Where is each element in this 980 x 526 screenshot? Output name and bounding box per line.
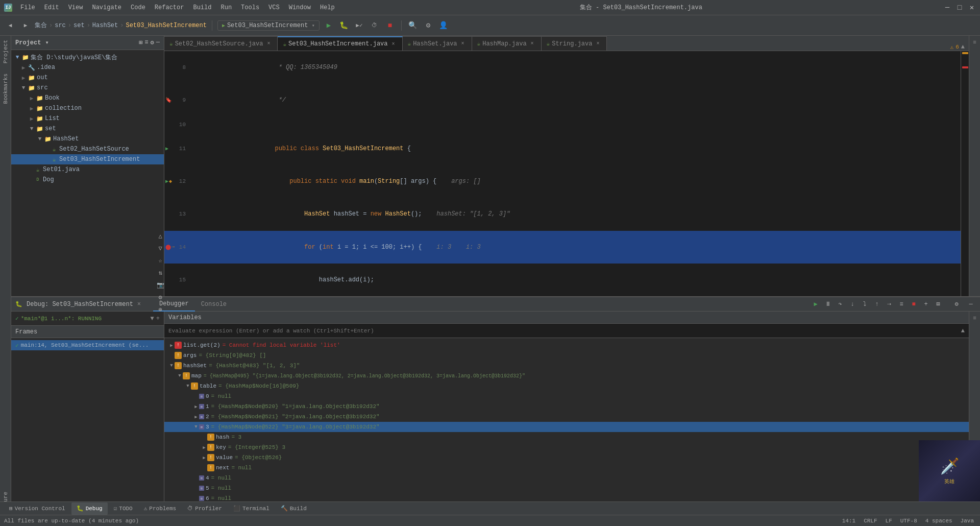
project-settings-icon[interactable]: ≡ — [144, 39, 148, 46]
status-utf8[interactable]: UTF-8 — [898, 518, 919, 524]
tree-item-list[interactable]: ▶ 📁 List — [11, 113, 164, 124]
breakpoint-icon-14[interactable]: ⬤ — [165, 244, 171, 250]
tree-item-set01[interactable]: ☕ Set01.java — [11, 164, 164, 175]
var-item-value[interactable]: ▶ ! value = {Object@526} — [164, 452, 969, 463]
status-indent[interactable]: 4 spaces — [923, 518, 954, 524]
restore-layout-btn[interactable]: ⊞ — [933, 299, 943, 309]
user-button[interactable]: 👤 — [437, 19, 450, 32]
watch-expression-field[interactable] — [168, 328, 961, 334]
project-gear-icon[interactable]: ⚙ — [151, 39, 154, 46]
debug-button[interactable]: 🐛 — [338, 19, 350, 32]
tree-item-dog[interactable]: D Dog — [11, 175, 164, 185]
tree-root[interactable]: ▼ 📁 集合 D:\study\javaSE\集合 — [11, 52, 164, 62]
tab-hashmap-close[interactable]: × — [529, 40, 536, 47]
breadcrumb-set[interactable]: set — [74, 22, 85, 29]
tree-item-out[interactable]: ▶ 📁 out — [11, 73, 164, 83]
status-lf[interactable]: LF — [884, 518, 894, 524]
menu-navigate[interactable]: Navigate — [88, 3, 126, 12]
project-panel-toggle[interactable]: Project — [3, 40, 9, 63]
coverage-button[interactable]: ▶✓ — [353, 19, 365, 32]
maximize-button[interactable]: □ — [955, 4, 964, 12]
stop-debug-btn[interactable]: ■ — [909, 299, 919, 309]
search-button[interactable]: 🔍 — [407, 19, 419, 32]
tab-todo[interactable]: ☑ TODO — [109, 503, 138, 515]
var-item-idx4[interactable]: = 4 = null — [164, 473, 969, 483]
var-item-hashset[interactable]: ▼ ! hashSet = {HashSet@483} "[1, 2, 3]" — [164, 361, 969, 371]
code-editor[interactable]: 8 * QQ: 1365345049 — [164, 51, 969, 296]
var-item-idx3[interactable]: ▼ = 3 = {HashMap$Node@522} "3=java.lang.… — [164, 422, 969, 432]
menu-file[interactable]: File — [16, 3, 39, 12]
var-item-idx2[interactable]: ▶ = 2 = {HashMap$Node@521} "2=java.lang.… — [164, 412, 969, 422]
tree-item-set03[interactable]: ☕ Set03_HashSetIncrement — [11, 154, 164, 164]
breadcrumb-hashset[interactable]: HashSet — [92, 22, 118, 29]
tab-hashmap[interactable]: ☕ HashMap.java × — [472, 36, 542, 51]
run-to-cursor-btn[interactable]: ⇢ — [884, 299, 894, 309]
var-item-map[interactable]: ▼ ! map = {HashMap@495} "{1=java.lang.Ob… — [164, 371, 969, 381]
project-close-icon[interactable]: ─ — [156, 39, 160, 46]
error-marker-1[interactable] — [962, 66, 968, 68]
step-into-btn[interactable]: ↓ — [847, 299, 857, 309]
tab-debug[interactable]: 🐛 Debug — [71, 503, 108, 515]
watch-expand-icon[interactable]: ▲ — [961, 327, 965, 334]
status-encoding[interactable]: CRLF — [862, 518, 879, 524]
project-dropdown-icon[interactable]: ▾ — [45, 39, 48, 46]
stop-button[interactable]: ■ — [384, 19, 396, 32]
pause-btn[interactable]: ⏸ — [823, 299, 833, 309]
var-item-idx5[interactable]: = 5 = null — [164, 483, 969, 493]
tree-item-set02[interactable]: ☕ Set02_HashSetSource — [11, 144, 164, 154]
warning-marker-1[interactable] — [962, 52, 968, 54]
breadcrumb-root[interactable]: 集合 — [35, 21, 47, 30]
var-item-table[interactable]: ▼ ! table = {HashMap$Node[16]@509} — [164, 381, 969, 391]
close-button[interactable]: ✕ — [968, 4, 976, 12]
breakpoint-diamond-12[interactable]: ◆ — [169, 178, 172, 184]
var-item-hash[interactable]: ! hash = 3 — [164, 432, 969, 442]
menu-view[interactable]: View — [64, 3, 87, 12]
debug-settings-btn[interactable]: ⚙ — [951, 299, 962, 309]
menu-edit[interactable]: Edit — [40, 3, 63, 12]
menu-vcs[interactable]: VCS — [264, 3, 284, 12]
add-watch-btn[interactable]: + — [921, 299, 931, 309]
force-step-into-btn[interactable]: ⤵ — [860, 299, 870, 309]
breadcrumb-class[interactable]: Set03_HashSetIncrement — [126, 22, 206, 29]
tab-string-close[interactable]: × — [594, 40, 601, 47]
tree-item-collection[interactable]: ▶ 📁 collection — [11, 103, 164, 113]
tab-terminal[interactable]: ⬛ Terminal — [228, 503, 275, 515]
step-over-btn[interactable]: ↷ — [835, 299, 845, 309]
breadcrumb-src[interactable]: src — [55, 22, 66, 29]
debug-right-icon[interactable]: ≡ — [970, 314, 979, 323]
right-icon-1[interactable]: ≡ — [970, 38, 979, 47]
settings-button[interactable]: ⚙ — [422, 19, 434, 32]
evaluate-btn[interactable]: ≡ — [896, 299, 906, 309]
menu-help[interactable]: Help — [316, 3, 339, 12]
debug-close-btn[interactable]: × — [137, 301, 141, 308]
menu-refactor[interactable]: Refactor — [151, 3, 188, 12]
debug-minimize-btn[interactable]: ─ — [966, 299, 976, 309]
tab-string[interactable]: ☕ String.java × — [542, 36, 607, 51]
watch-expression-input[interactable]: ▲ — [164, 324, 969, 338]
var-item-list-get[interactable]: ▶ ! list.get(2) = Cannot find local vari… — [164, 340, 969, 350]
tree-item-book[interactable]: ▶ 📁 Book — [11, 93, 164, 103]
menu-tools[interactable]: Tools — [237, 3, 263, 12]
tab-set03-close[interactable]: × — [390, 40, 397, 47]
thread-item-main[interactable]: ✓ *main*@1 i...n*: RUNNING — [15, 315, 102, 322]
tab-problems[interactable]: ⚠ Problems — [139, 503, 181, 515]
tab-console[interactable]: Console — [195, 297, 233, 312]
tab-set03[interactable]: ☕ Set03_HashSetIncrement.java × — [278, 36, 402, 51]
tab-set02[interactable]: ☕ Set02_HashSetSource.java × — [164, 36, 278, 51]
profile-button[interactable]: ⏱ — [369, 19, 381, 32]
var-item-idx1[interactable]: ▶ = 1 = {HashMap$Node@520} "1=java.lang.… — [164, 401, 969, 412]
tree-item-idea[interactable]: ▶ 🔧 .idea — [11, 62, 164, 73]
status-position[interactable]: 14:1 — [840, 518, 857, 524]
menu-window[interactable]: Window — [285, 3, 315, 12]
var-item-next[interactable]: ! next = null — [164, 463, 969, 473]
step-out-btn[interactable]: ↑ — [872, 299, 882, 309]
tab-build[interactable]: 🔨 Build — [276, 503, 312, 515]
run-icon-11[interactable]: ▶ — [165, 146, 168, 152]
forward-button[interactable]: ▶ — [19, 19, 32, 32]
run-button[interactable]: ▶ — [323, 19, 335, 32]
minimize-button[interactable]: ─ — [943, 4, 951, 12]
tab-hashset-close[interactable]: × — [459, 40, 467, 47]
run-icon-12[interactable]: ▶ — [165, 178, 168, 184]
tree-item-set[interactable]: ▼ 📁 set — [11, 124, 164, 134]
tab-hashset[interactable]: ☕ HashSet.java × — [403, 36, 472, 51]
